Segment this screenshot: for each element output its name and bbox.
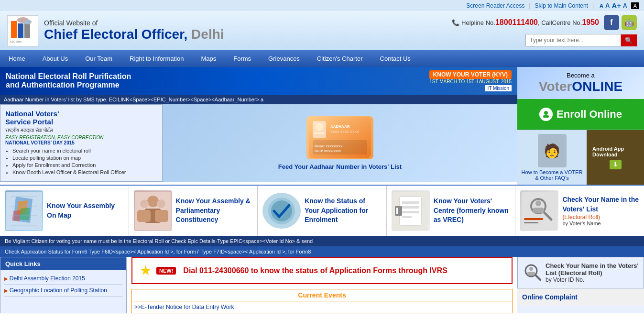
card-voters-name-text: Check Your Name in the Voters' List — [562, 195, 639, 214]
logo-text: Official Website of Chief Electoral Offi… — [44, 19, 224, 42]
banner-top: National Electoral Roll Purification and… — [0, 67, 517, 95]
main-content: ★ NEW! Dial 011-24300660 to know the sta… — [127, 257, 517, 313]
quick-link-delhi[interactable]: Delhi Assembly Election 2015 — [4, 273, 122, 285]
card-voters-centre[interactable]: Know Your Voters' Centre (formerly known… — [387, 186, 516, 236]
nav-contact[interactable]: Contact Us — [371, 50, 419, 67]
nav-forms[interactable]: Forms — [225, 50, 260, 67]
card-application-status[interactable]: Know the Status of Your Application for … — [258, 186, 387, 236]
card-voters-name-link: (Electoral Roll) — [562, 214, 639, 221]
banner-title: National Electoral Roll Purification — [6, 72, 131, 81]
people-card-icon — [134, 190, 172, 231]
card-voters-name[interactable]: Check Your Name in the Voters' List (Ele… — [515, 186, 644, 236]
geographic-link[interactable]: Geographic Location of Polling Station — [10, 287, 107, 294]
top-bar: Screen Reader Access | Skip to Main Cont… — [0, 0, 644, 11]
ceo-title: Chief Electoral Officer, Delhi — [44, 27, 224, 42]
aadhaar-caption: Feed Your Aadhaar Number in Voters' List — [278, 163, 402, 170]
nvsp-box: National Voters'Service Portal राष्ट्रीय… — [0, 104, 163, 182]
electoral-roll-link[interactable]: (Electoral Roll) — [558, 269, 602, 276]
font-small[interactable]: A — [600, 3, 603, 9]
kyv-block: KNOW YOUR VOTER (KYV) 1ST MARCH TO 15TH … — [429, 70, 512, 91]
quick-links-title: Quick Links — [0, 257, 126, 270]
nvsp-item-2[interactable]: Locate polling station on map — [12, 155, 157, 161]
nvsp-tagline: EASY REGISTRATION, EASY CORRECTION — [5, 135, 157, 140]
cards-row: Know Your Assembly On Map Know Your Asse… — [0, 185, 644, 236]
android-icon[interactable]: 🤖 — [622, 15, 637, 30]
complaint-box: Online Complaint — [517, 288, 644, 306]
new-badge: NEW! — [156, 267, 176, 275]
svg-rect-42 — [396, 208, 398, 214]
header: CEO Delhi Official Website of Chief Elec… — [0, 11, 644, 50]
nvsp-item-4[interactable]: Know Booth Level Officer & Electoral Rol… — [12, 169, 157, 175]
card-application-status-text: Know the Status of Your Application for … — [305, 197, 382, 225]
right-widget: Check Your Name in the Voters' List (Ele… — [517, 257, 644, 313]
bottom-section: Quick Links Delhi Assembly Election 2015… — [0, 257, 644, 313]
nav-about[interactable]: About Us — [34, 50, 76, 67]
card-assembly-map[interactable]: Know Your Assembly On Map — [0, 186, 129, 236]
social-icons: f 🤖 — [604, 15, 637, 30]
skip-content-link[interactable]: Skip to Main Content — [535, 2, 588, 9]
svg-point-15 — [544, 111, 548, 115]
banner-title2: and Authentication Programme — [6, 81, 131, 89]
helpline: 📞 Helpline No.1800111400, CallCentre No.… — [452, 18, 599, 27]
kyv-label: KNOW YOUR VOTER (KYV) — [429, 70, 512, 79]
svg-rect-48 — [524, 218, 543, 220]
svg-point-31 — [157, 199, 165, 208]
svg-point-4 — [24, 20, 32, 24]
svg-rect-0 — [11, 21, 17, 38]
svg-point-46 — [535, 200, 541, 206]
nav-rti[interactable]: Right to Information — [121, 50, 192, 67]
nvsp-item-3[interactable]: Apply for Enrollment and Correction — [12, 162, 157, 168]
nav-citizens[interactable]: Citizen's Charter — [308, 50, 371, 67]
svg-marker-20 — [20, 208, 30, 221]
nvsp-items: Search your name in electoral roll Locat… — [12, 148, 157, 175]
svg-text:DOB: xx/xx/xxxx: DOB: xx/xx/xxxx — [315, 149, 341, 153]
divider: | — [529, 2, 530, 9]
svg-text:Name: xxxxxxxxx: Name: xxxxxxxxx — [315, 144, 342, 148]
card-voters-name-subtext: by Voter's Name — [562, 221, 639, 226]
quick-links-panel: Quick Links Delhi Assembly Election 2015… — [0, 257, 127, 313]
card-parliamentary[interactable]: Know Your Assembly & Parliamentary Const… — [129, 186, 258, 236]
ticker-1-text: Be Vigilant Citizen for voting your name… — [5, 238, 313, 244]
font-normal[interactable]: A — [605, 2, 610, 9]
main-nav: Home About Us Our Team Right to Informat… — [0, 50, 644, 67]
card-voters-name-block: Check Your Name in the Voters' List (Ele… — [562, 195, 639, 226]
font-controls: A A A+ A A — [600, 1, 639, 10]
svg-rect-47 — [533, 208, 544, 213]
search-input[interactable] — [525, 34, 621, 46]
complaint-title: Online Complaint — [522, 293, 639, 301]
android-app-button[interactable]: Android App Download ⬇ — [587, 130, 644, 185]
svg-rect-40 — [402, 216, 412, 218]
header-top-row: 📞 Helpline No.1800111400, CallCentre No.… — [452, 15, 637, 30]
ivrs-text: Dial 011-24300660 to know the status of … — [183, 266, 447, 275]
banner-left: National Electoral Roll Purification and… — [0, 67, 517, 185]
divider2: | — [592, 2, 594, 9]
screen-reader-link[interactable]: Screen Reader Access — [466, 2, 524, 9]
svg-rect-1 — [18, 23, 23, 38]
nvsp-title: National Voters'Service Portal — [5, 110, 157, 126]
card-voters-centre-text: Know Your Voters' Centre (formerly known… — [434, 197, 511, 225]
become-label: Become a — [522, 72, 639, 79]
enroll-online-button[interactable]: Enroll Online — [517, 99, 644, 130]
enroll-icon — [539, 108, 553, 121]
font-reset[interactable]: A — [623, 2, 627, 9]
contrast-button[interactable]: A — [631, 2, 639, 9]
nav-home[interactable]: Home — [0, 50, 34, 67]
current-events-list: >>E-Tender Notice for Data Entry Work — [132, 301, 512, 313]
svg-point-52 — [529, 267, 533, 271]
quick-link-geographic[interactable]: Geographic Location of Polling Station — [4, 285, 122, 297]
map-card-icon — [5, 190, 43, 231]
facebook-icon[interactable]: f — [604, 15, 619, 30]
ticker-2-text: Check Application Status for Form6 Type … — [5, 249, 311, 254]
current-events-title: Current Events — [132, 289, 512, 301]
svg-rect-9 — [315, 132, 324, 134]
nvsp-item-1[interactable]: Search your name in electoral roll — [12, 148, 157, 154]
nav-grievances[interactable]: Grievances — [260, 50, 308, 67]
delhi-election-link[interactable]: Delhi Assembly Election 2015 — [10, 275, 85, 282]
nav-team[interactable]: Our Team — [76, 50, 121, 67]
current-event-item-1[interactable]: >>E-Tender Notice for Data Entry Work — [134, 304, 234, 310]
svg-rect-37 — [402, 201, 419, 204]
font-large[interactable]: A+ — [611, 1, 621, 10]
header-left: CEO Delhi Official Website of Chief Elec… — [7, 15, 224, 46]
search-button[interactable]: 🔍 — [621, 34, 637, 46]
nav-maps[interactable]: Maps — [192, 50, 225, 67]
